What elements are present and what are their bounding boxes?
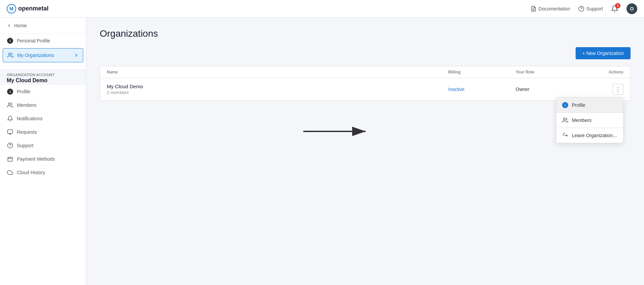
actions-cell: ⋮ i Profile — [583, 84, 623, 95]
support-label: Support — [586, 6, 603, 11]
sidebar: Home i Personal Profile My Organizations… — [0, 18, 86, 285]
requests-svg-icon — [7, 129, 13, 135]
org-account-label: Organization Account — [7, 73, 79, 77]
org-account-section: Organization Account My Cloud Demo — [0, 69, 86, 85]
support-q-icon — [7, 142, 13, 149]
cloud-history-label: Cloud History — [17, 170, 45, 175]
cloud-icon — [7, 169, 13, 176]
requests-icon — [7, 129, 13, 135]
col-role: Your Role — [516, 70, 583, 74]
arrow-svg — [303, 125, 371, 138]
notification-badge: 1 — [615, 3, 620, 8]
profile-info-icon: i — [7, 88, 13, 95]
bell-svg-icon — [7, 116, 13, 122]
people-icon — [7, 52, 13, 58]
svg-point-14 — [563, 118, 565, 120]
arrow-annotation — [303, 125, 371, 138]
svg-point-7 — [8, 103, 10, 105]
sidebar-item-members[interactable]: Members — [0, 98, 86, 112]
sidebar-item-personal-profile[interactable]: i Personal Profile — [0, 34, 86, 48]
requests-label: Requests — [17, 129, 37, 135]
billing-cell: Inactive — [448, 87, 516, 92]
info-circle-icon: i — [7, 37, 13, 44]
cloud-svg-icon — [7, 169, 13, 176]
sidebar-support-icon — [7, 142, 13, 149]
org-info-cell: My Cloud Demo 2 members — [107, 84, 448, 95]
table-row: My Cloud Demo 2 members Inactive Owner ⋮… — [100, 78, 630, 100]
dropdown-members-icon — [562, 117, 569, 124]
new-organization-button[interactable]: + New Organization — [576, 47, 631, 59]
dropdown-item-profile[interactable]: i Profile — [556, 98, 623, 113]
org-name: My Cloud Demo — [107, 84, 448, 89]
dropdown-members-label: Members — [572, 118, 591, 123]
sidebar-item-support[interactable]: Support — [0, 139, 86, 152]
svg-rect-8 — [8, 130, 13, 133]
toolbar: + New Organization — [100, 47, 631, 59]
members-icon — [7, 102, 13, 108]
sidebar-item-notifications[interactable]: Notifications — [0, 112, 86, 125]
dropdown-item-leave[interactable]: Leave Organization... — [556, 128, 623, 143]
svg-text:M: M — [9, 6, 13, 11]
profile-label: Profile — [17, 89, 30, 94]
dropdown-profile-icon: i — [562, 102, 569, 108]
col-billing: Billing — [448, 70, 516, 74]
layout: Home i Personal Profile My Organizations… — [0, 18, 644, 285]
sidebar-item-profile[interactable]: i Profile — [0, 85, 86, 98]
sidebar-item-payment-methods[interactable]: Payment Methods — [0, 152, 86, 166]
doc-icon — [530, 6, 536, 12]
support-link[interactable]: Support — [578, 6, 603, 12]
chevron-right-icon — [73, 53, 79, 58]
org-members: 2 members — [107, 90, 448, 95]
payment-methods-label: Payment Methods — [17, 156, 55, 162]
personal-profile-label: Personal Profile — [17, 38, 50, 43]
orgs-icon — [7, 52, 14, 59]
role-cell: Owner — [516, 87, 583, 92]
main-content: Organizations + New Organization Name Bi… — [86, 18, 644, 285]
home-label: Home — [14, 23, 27, 28]
page-title: Organizations — [100, 28, 631, 39]
support-sidebar-label: Support — [17, 143, 33, 148]
members-svg-icon — [7, 102, 13, 108]
payment-icon — [7, 156, 13, 162]
col-actions: Actions — [583, 70, 623, 74]
logo[interactable]: M openmetal — [7, 4, 49, 13]
documentation-link[interactable]: Documentation — [530, 6, 570, 12]
avatar[interactable]: O — [626, 3, 637, 14]
support-icon — [578, 6, 584, 12]
organizations-table: Name Billing Your Role Actions My Cloud … — [100, 66, 631, 101]
topnav-right: Documentation Support 1 O — [530, 3, 637, 14]
sidebar-item-requests[interactable]: Requests — [0, 125, 86, 139]
table-header: Name Billing Your Role Actions — [100, 66, 630, 78]
home-link[interactable]: Home — [0, 18, 86, 34]
members-label: Members — [17, 102, 36, 108]
sidebar-item-my-organizations[interactable]: My Organizations — [3, 48, 83, 62]
sidebar-item-cloud-history[interactable]: Cloud History — [0, 166, 86, 179]
logo-icon: M — [7, 4, 16, 13]
actions-dropdown: i Profile Members — [556, 97, 623, 143]
sidebar-divider-1 — [0, 66, 86, 66]
dropdown-item-members[interactable]: Members — [556, 113, 623, 128]
logo-text: openmetal — [18, 5, 49, 12]
svg-point-6 — [9, 53, 11, 55]
dropdown-leave-label: Leave Organization... — [572, 133, 617, 138]
notifications-button[interactable]: 1 — [611, 5, 618, 12]
payment-svg-icon — [7, 156, 13, 162]
my-organizations-label: My Organizations — [17, 53, 54, 58]
dropdown-leave-icon — [562, 132, 569, 139]
topnav: M openmetal Documentation Support 1 O — [0, 0, 644, 18]
org-account-name: My Cloud Demo — [7, 77, 79, 84]
documentation-label: Documentation — [539, 6, 570, 11]
notif-bell-icon — [7, 115, 13, 122]
col-name: Name — [107, 70, 448, 74]
billing-status-link[interactable]: Inactive — [448, 87, 464, 92]
dropdown-profile-label: Profile — [572, 102, 585, 108]
back-icon — [7, 23, 11, 28]
notifications-label: Notifications — [17, 116, 42, 121]
actions-menu-button[interactable]: ⋮ — [613, 84, 623, 95]
